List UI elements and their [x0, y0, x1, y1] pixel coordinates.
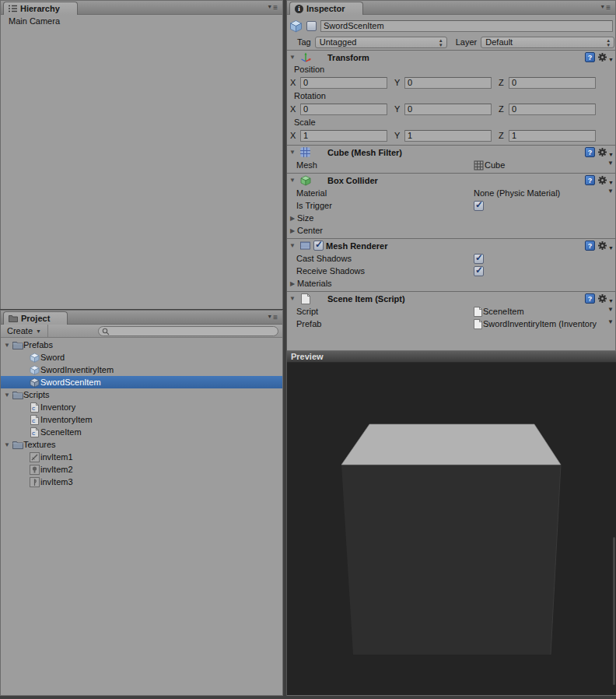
- tree-row-label: Inventory: [40, 402, 75, 412]
- receive-shadows-checkbox[interactable]: [474, 266, 484, 276]
- object-picker-icon[interactable]: ▼: [607, 306, 614, 313]
- object-picker-icon[interactable]: ▼: [607, 160, 614, 167]
- script-label: Script: [296, 307, 474, 316]
- search-input[interactable]: [110, 327, 278, 335]
- gear-icon[interactable]: ▼: [597, 175, 614, 185]
- script-object-field[interactable]: SceneItem: [474, 307, 524, 317]
- texture-thumbnail-axe-icon: [29, 477, 40, 487]
- foldout-open-icon[interactable]: ▼: [288, 149, 297, 156]
- tree-row-label: SwordInventiryItem: [40, 365, 114, 374]
- size-row[interactable]: ▶ Size: [287, 212, 615, 224]
- scene-item-header[interactable]: ▼ Scene Item (Script) ? ▼: [287, 292, 615, 305]
- rotation-z-field[interactable]: [509, 104, 596, 115]
- help-icon[interactable]: ?: [585, 241, 595, 251]
- object-picker-icon[interactable]: ▼: [607, 188, 614, 195]
- help-icon[interactable]: ?: [585, 52, 595, 62]
- transform-title: Transform: [327, 53, 369, 62]
- object-picker-icon[interactable]: ▼: [607, 318, 614, 325]
- position-x-field[interactable]: [300, 77, 387, 89]
- mesh-grid-icon: [474, 160, 484, 170]
- create-button[interactable]: Create ▼: [1, 325, 48, 337]
- script-icon: [299, 293, 311, 304]
- pane-menu-icon[interactable]: ▼≡: [267, 313, 278, 321]
- gameobject-name-field[interactable]: [320, 20, 613, 32]
- scale-x-field[interactable]: [300, 130, 387, 142]
- mesh-renderer-header[interactable]: ▼ Mesh Renderer ? ▼: [287, 239, 615, 252]
- rotation-x-field[interactable]: [300, 104, 387, 115]
- is-trigger-checkbox[interactable]: [474, 201, 484, 211]
- rotation-y-field[interactable]: [404, 104, 492, 115]
- script-file-icon: [474, 319, 482, 329]
- box-collider-header[interactable]: ▼ Box Collider ? ▼: [287, 174, 615, 187]
- tree-row-textures[interactable]: ▼ Textures: [1, 438, 282, 451]
- mesh-object-field[interactable]: Cube: [474, 160, 505, 170]
- cast-shadows-label: Cast Shadows: [296, 254, 474, 263]
- tag-dropdown[interactable]: Untagged ▲▼: [315, 37, 447, 48]
- prefab-cube-icon: [29, 378, 40, 388]
- foldout-open-icon[interactable]: ▼: [288, 242, 297, 249]
- foldout-open-icon[interactable]: ▼: [2, 392, 12, 399]
- foldout-open-icon[interactable]: ▼: [2, 441, 12, 448]
- pane-menu-icon[interactable]: ▼≡: [267, 3, 278, 12]
- tree-row-scripts[interactable]: ▼ Scripts: [1, 388, 282, 401]
- gear-icon[interactable]: ▼: [597, 147, 614, 157]
- tree-row-sword[interactable]: Sword: [1, 351, 282, 364]
- tree-row-label: invItem1: [40, 452, 73, 462]
- tree-row-inventory[interactable]: C Inventory: [1, 401, 282, 413]
- cast-shadows-checkbox[interactable]: [474, 254, 484, 264]
- help-icon[interactable]: ?: [585, 147, 595, 157]
- materials-label: Materials: [297, 279, 332, 288]
- preview-scrollbar: [613, 537, 615, 685]
- foldout-open-icon[interactable]: ▼: [288, 177, 297, 184]
- search-box[interactable]: [98, 326, 278, 336]
- help-icon[interactable]: ?: [585, 175, 595, 185]
- tree-row-swordscenitem-selected[interactable]: SwordScenItem: [1, 376, 282, 388]
- foldout-closed-icon[interactable]: ▶: [288, 227, 297, 234]
- foldout-open-icon[interactable]: ▼: [2, 342, 12, 349]
- scale-y-field[interactable]: [404, 130, 492, 142]
- preview-viewport[interactable]: [287, 363, 616, 695]
- project-tabbar: Project ▼≡: [1, 311, 282, 325]
- svg-text:C: C: [32, 419, 36, 423]
- tab-project[interactable]: Project: [3, 311, 68, 325]
- gear-icon[interactable]: ▼: [597, 241, 614, 251]
- gameobject-active-checkbox[interactable]: [306, 21, 317, 31]
- gear-icon[interactable]: ▼: [597, 293, 614, 304]
- tree-row-prefabs[interactable]: ▼ Prefabs: [1, 339, 282, 351]
- project-tree: ▼ Prefabs Sword SwordInventiryItem Sword…: [1, 338, 282, 488]
- foldout-closed-icon[interactable]: ▶: [288, 215, 297, 222]
- tree-row-swordinventiryitem[interactable]: SwordInventiryItem: [1, 364, 282, 376]
- mesh-filter-icon: [299, 147, 311, 157]
- axis-y-label: Y: [394, 78, 404, 87]
- foldout-open-icon[interactable]: ▼: [288, 295, 297, 302]
- script-file-icon: [474, 307, 482, 317]
- mesh-filter-header[interactable]: ▼ Cube (Mesh Filter) ? ▼: [287, 146, 615, 159]
- create-button-label: Create: [7, 326, 33, 335]
- tree-row-sceneitem[interactable]: C SceneItem: [1, 426, 282, 438]
- materials-row[interactable]: ▶ Materials: [287, 277, 615, 290]
- center-row[interactable]: ▶ Center: [287, 224, 615, 237]
- tree-row-invitem3[interactable]: invItem3: [1, 476, 282, 488]
- mesh-renderer-enabled-checkbox[interactable]: [313, 241, 324, 251]
- position-y-field[interactable]: [404, 77, 492, 89]
- gear-icon[interactable]: ▼: [597, 52, 614, 62]
- material-object-field[interactable]: None (Physic Material): [474, 188, 560, 198]
- position-z-field[interactable]: [509, 77, 596, 89]
- material-row: Material None (Physic Material) ▼: [287, 187, 615, 199]
- foldout-closed-icon[interactable]: ▶: [288, 280, 297, 287]
- pane-menu-icon[interactable]: ▼≡: [600, 3, 611, 12]
- tab-inspector[interactable]: i Inspector: [289, 2, 363, 15]
- tree-row-inventoryitem[interactable]: C InventoryItem: [1, 413, 282, 426]
- scale-z-field[interactable]: [509, 130, 596, 142]
- tree-row-invitem1[interactable]: invItem1: [1, 451, 282, 463]
- help-icon[interactable]: ?: [585, 293, 595, 304]
- layer-dropdown[interactable]: Default ▲▼: [481, 37, 614, 48]
- preview-header[interactable]: Preview: [287, 350, 616, 363]
- hierarchy-panel: Hierarchy ▼≡ Main Camera: [0, 0, 283, 309]
- hierarchy-item-main-camera[interactable]: Main Camera: [1, 15, 282, 27]
- prefab-object-field[interactable]: SwordInventiryItem (Inventory: [474, 319, 597, 329]
- transform-header[interactable]: ▼ Transform ? ▼: [287, 51, 615, 64]
- tab-hierarchy[interactable]: Hierarchy: [3, 2, 78, 15]
- tree-row-invitem2[interactable]: invItem2: [1, 463, 282, 476]
- foldout-open-icon[interactable]: ▼: [288, 54, 297, 61]
